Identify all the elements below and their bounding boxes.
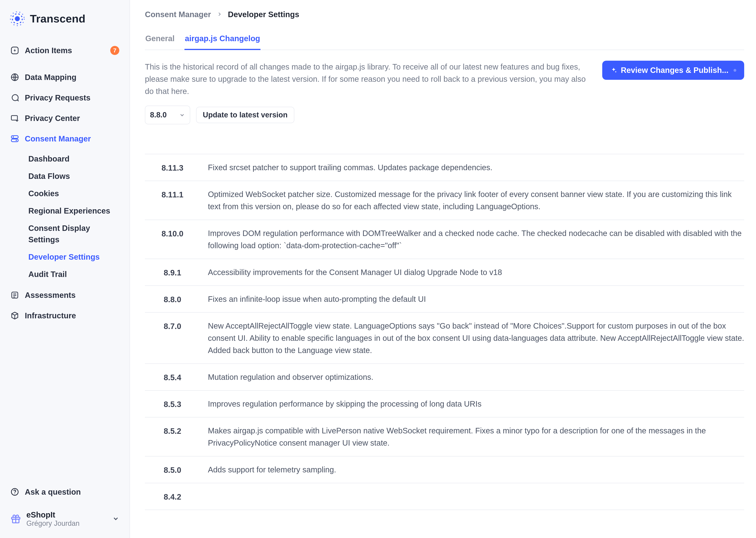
nav-data-mapping[interactable]: Data Mapping (8, 67, 122, 87)
sidebar: Transcend Action Items 7 Data Mapping (0, 0, 130, 538)
status-dot-icon (733, 69, 736, 72)
table-row: 8.7.0New AcceptAllRejectAllToggle view s… (145, 313, 744, 364)
notes-cell: Accessibility improvements for the Conse… (208, 266, 744, 278)
breadcrumb-current: Developer Settings (228, 9, 299, 20)
nav-assessments[interactable]: Assessments (8, 285, 122, 305)
notes-cell: Fixes an infinite-loop issue when auto-p… (208, 293, 744, 305)
cta-label: Review Changes & Publish... (621, 66, 729, 75)
chevron-down-icon (179, 112, 185, 118)
nav-consent-manager[interactable]: Consent Manager (8, 129, 122, 149)
svg-point-0 (15, 16, 20, 21)
nav-label: Action Items (25, 45, 72, 56)
consent-subnav: Dashboard Data Flows Cookies Regional Ex… (26, 150, 122, 283)
changelog-table: 8.11.3Fixed srcset patcher to support tr… (145, 154, 744, 510)
version-cell: 8.5.3 (145, 398, 200, 410)
clipboard-icon (10, 291, 19, 299)
svg-point-8 (13, 136, 14, 137)
table-row: 8.11.1Optimized WebSocket patcher size. … (145, 181, 744, 220)
chat-icon (10, 93, 19, 102)
main: Consent Manager Developer Settings Gener… (130, 0, 756, 538)
svg-rect-5 (11, 116, 18, 120)
version-select[interactable]: 8.8.0 (145, 106, 190, 124)
nav-privacy-center[interactable]: Privacy Center (8, 108, 122, 128)
version-cell: 8.11.1 (145, 188, 200, 213)
nav-label: Privacy Center (25, 113, 80, 124)
cube-icon (10, 311, 19, 320)
subnav-audit-trail[interactable]: Audit Trail (26, 266, 122, 283)
subnav-data-flows[interactable]: Data Flows (26, 168, 122, 185)
ask-a-question[interactable]: Ask a question (8, 483, 122, 501)
version-cell: 8.10.0 (145, 227, 200, 251)
tab-general[interactable]: General (145, 28, 175, 50)
svg-point-12 (14, 493, 15, 494)
svg-rect-7 (11, 139, 18, 142)
version-cell: 8.5.4 (145, 371, 200, 383)
nav-label: Privacy Requests (25, 92, 91, 103)
controls: 8.8.0 Update to latest version (145, 106, 744, 124)
version-cell: 8.7.0 (145, 320, 200, 356)
notes-cell: Improves regulation performance by skipp… (208, 398, 744, 410)
globe-icon (10, 73, 19, 82)
action-items-badge: 7 (110, 46, 119, 55)
nav-infrastructure[interactable]: Infrastructure (8, 305, 122, 326)
help-icon (10, 487, 19, 497)
nav-label: Data Mapping (25, 72, 76, 83)
version-cell: 8.11.3 (145, 161, 200, 174)
version-cell: 8.5.0 (145, 463, 200, 476)
svg-point-9 (16, 140, 17, 141)
subnav-regional-experiences[interactable]: Regional Experiences (26, 202, 122, 219)
subnav-cookies[interactable]: Cookies (26, 185, 122, 202)
tab-airgap-changelog[interactable]: airgap.js Changelog (184, 28, 260, 50)
version-cell: 8.8.0 (145, 293, 200, 305)
notes-cell: Fixed srcset patcher to support trailing… (208, 161, 744, 174)
version-cell: 8.5.2 (145, 424, 200, 449)
page-description: This is the historical record of all cha… (145, 61, 595, 97)
toggle-grid-icon (10, 134, 19, 143)
notes-cell (208, 490, 744, 503)
tabs: General airgap.js Changelog (145, 28, 744, 50)
notes-cell: Makes airgap.js compatible with LivePers… (208, 424, 744, 449)
subnav-developer-settings[interactable]: Developer Settings (26, 248, 122, 265)
gift-icon (10, 513, 21, 524)
chevron-right-icon (216, 9, 222, 20)
breadcrumb-parent[interactable]: Consent Manager (145, 9, 211, 20)
table-row: 8.11.3Fixed srcset patcher to support tr… (145, 154, 744, 181)
brand[interactable]: Transcend (10, 11, 122, 27)
table-row: 8.10.0Improves DOM regulation performanc… (145, 220, 744, 259)
update-latest-button[interactable]: Update to latest version (196, 107, 294, 123)
page-intro: This is the historical record of all cha… (145, 61, 744, 97)
org-user: Grégory Jourdan (26, 519, 79, 527)
subnav-consent-display-settings[interactable]: Consent Display Settings (26, 220, 122, 248)
table-row: 8.5.0Adds support for telemetry sampling… (145, 457, 744, 483)
nav-privacy-requests[interactable]: Privacy Requests (8, 88, 122, 108)
breadcrumb: Consent Manager Developer Settings (145, 9, 744, 20)
primary-nav: Action Items 7 Data Mapping Privacy Requ… (8, 40, 122, 326)
table-row: 8.4.2 (145, 483, 744, 510)
org-switcher[interactable]: eShopIt Grégory Jourdan (8, 506, 122, 531)
notes-cell: Mutation regulation and observer optimiz… (208, 371, 744, 383)
nav-action-items[interactable]: Action Items 7 (8, 40, 122, 61)
review-publish-button[interactable]: Review Changes & Publish... (602, 61, 744, 80)
nav-label: Infrastructure (25, 310, 76, 321)
version-cell: 8.4.2 (145, 490, 200, 503)
brand-logo-icon (10, 11, 25, 27)
brand-name: Transcend (30, 11, 85, 27)
notes-cell: Optimized WebSocket patcher size. Custom… (208, 188, 744, 213)
ask-label: Ask a question (25, 486, 81, 498)
nav-label: Assessments (25, 290, 75, 301)
svg-rect-6 (11, 136, 18, 138)
notes-cell: Improves DOM regulation performance with… (208, 227, 744, 251)
sidebar-footer: Ask a question eShopIt Grégory Jourdan (8, 483, 122, 531)
chevron-down-icon (112, 515, 119, 522)
table-row: 8.5.4Mutation regulation and observer op… (145, 364, 744, 391)
org-name: eShopIt (26, 510, 79, 519)
notes-cell: Adds support for telemetry sampling. (208, 463, 744, 476)
table-row: 8.5.3Improves regulation performance by … (145, 391, 744, 417)
bolt-badge-icon (10, 46, 19, 55)
version-select-value: 8.8.0 (150, 110, 167, 120)
table-row: 8.5.2Makes airgap.js compatible with Liv… (145, 417, 744, 457)
nav-label: Consent Manager (25, 133, 91, 144)
subnav-dashboard[interactable]: Dashboard (26, 150, 122, 167)
table-row: 8.8.0Fixes an infinite-loop issue when a… (145, 286, 744, 313)
card-arrow-icon (10, 114, 19, 123)
